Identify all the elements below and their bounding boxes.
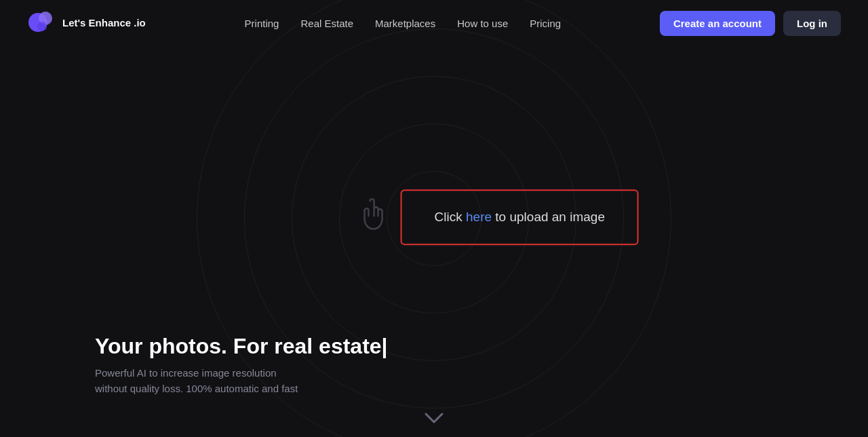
hero-heading: Your photos. For real estate| [95, 334, 388, 359]
hero-section: Your photos. For real estate| Powerful A… [95, 334, 388, 396]
nav-link-pricing[interactable]: Pricing [530, 18, 561, 29]
logo[interactable]: Let's Enhance .io [27, 9, 146, 37]
header: Let's Enhance .io Printing Real Estate M… [0, 0, 868, 46]
nav-link-how-to-use[interactable]: How to use [457, 18, 508, 29]
upload-text-suffix: to upload an image [492, 210, 605, 224]
nav-link-marketplaces[interactable]: Marketplaces [375, 18, 435, 29]
hero-subtext-1: Powerful AI to increase image resolution [95, 366, 388, 381]
scroll-chevron[interactable] [423, 410, 445, 429]
svg-point-2 [37, 22, 47, 31]
header-buttons: Create an account Log in [660, 11, 841, 36]
nav-link-printing[interactable]: Printing [245, 18, 279, 29]
login-button[interactable]: Log in [783, 11, 841, 36]
logo-text: Let's Enhance .io [62, 17, 146, 29]
create-account-button[interactable]: Create an account [660, 11, 775, 36]
upload-text-link[interactable]: here [466, 210, 492, 224]
upload-text-prefix: Click [435, 210, 466, 224]
upload-text: Click here to upload an image [435, 210, 605, 225]
nav: Printing Real Estate Marketplaces How to… [245, 18, 561, 29]
logo-icon [27, 9, 56, 37]
upload-box[interactable]: Click here to upload an image [401, 189, 639, 245]
hero-subtext-2: without quality loss. 100% automatic and… [95, 381, 388, 397]
hand-cursor-icon [347, 190, 401, 244]
upload-section: Click here to upload an image [347, 189, 639, 245]
nav-link-real-estate[interactable]: Real Estate [300, 18, 353, 29]
